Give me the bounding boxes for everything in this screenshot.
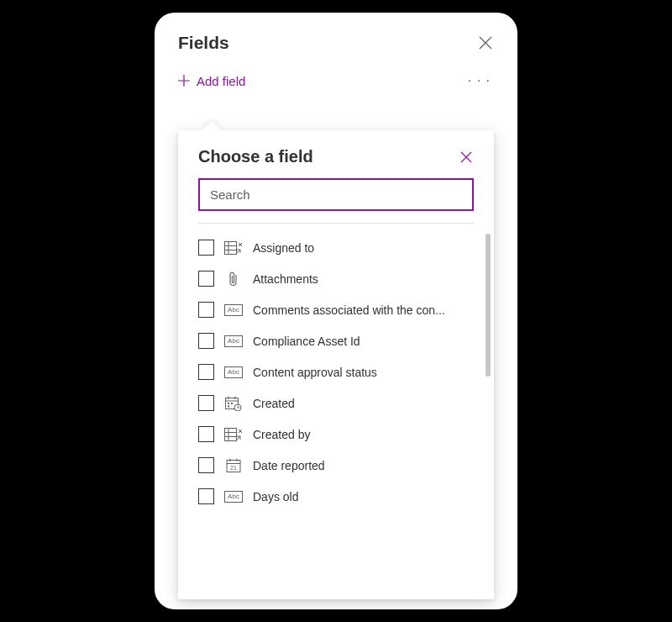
- field-item-created-by[interactable]: Created by: [198, 419, 474, 450]
- panel-header: Fields: [155, 13, 517, 63]
- field-item-date-reported[interactable]: 21 Date reported: [198, 450, 474, 481]
- panel-close-button[interactable]: [477, 34, 494, 51]
- person-table-icon: [224, 427, 243, 442]
- add-field-label: Add field: [197, 74, 245, 88]
- calendar-date-icon: 21: [224, 458, 243, 473]
- panel-toolbar: Add field · · ·: [155, 63, 517, 105]
- field-label: Created: [253, 397, 474, 410]
- checkbox[interactable]: [198, 271, 214, 287]
- checkbox[interactable]: [198, 426, 214, 442]
- plus-icon: [178, 75, 190, 87]
- close-icon: [479, 36, 492, 50]
- field-item-days-old[interactable]: Abc Days old: [198, 481, 474, 512]
- search-input[interactable]: [198, 178, 474, 211]
- field-label: Created by: [253, 428, 474, 441]
- calendar-clock-icon: [224, 396, 243, 411]
- field-label: Comments associated with the con...: [253, 303, 474, 317]
- svg-rect-8: [228, 403, 229, 404]
- more-options-button[interactable]: · · ·: [465, 73, 494, 88]
- fields-panel: Fields Add field · · · Choose a field: [155, 13, 517, 609]
- dropdown-close-button[interactable]: [459, 150, 474, 165]
- checkbox[interactable]: [198, 333, 214, 349]
- field-item-content-approval-status[interactable]: Abc Content approval status: [198, 356, 474, 387]
- person-table-icon: [224, 240, 243, 256]
- field-item-comments[interactable]: Abc Comments associated with the con...: [198, 294, 474, 325]
- choose-field-dropdown: Choose a field Assigned to: [178, 130, 494, 599]
- checkbox[interactable]: [198, 395, 214, 411]
- field-label: Assigned to: [253, 241, 474, 255]
- field-item-assigned-to[interactable]: Assigned to: [198, 232, 474, 263]
- field-label: Attachments: [253, 272, 474, 286]
- close-icon: [460, 151, 472, 163]
- dropdown-title: Choose a field: [198, 147, 313, 166]
- attachment-icon: [224, 271, 243, 287]
- svg-rect-12: [225, 428, 237, 440]
- field-item-created[interactable]: Created: [198, 387, 474, 419]
- text-icon: Abc: [224, 334, 243, 349]
- svg-text:21: 21: [230, 465, 237, 471]
- checkbox[interactable]: [198, 240, 214, 256]
- svg-rect-10: [228, 405, 229, 407]
- ellipsis-icon: · · ·: [468, 73, 491, 87]
- field-list[interactable]: Assigned to Attachments Abc Comments ass…: [178, 224, 494, 577]
- add-field-button[interactable]: Add field: [178, 74, 245, 88]
- checkbox[interactable]: [198, 302, 214, 318]
- text-icon: Abc: [224, 489, 243, 504]
- scrollbar[interactable]: [486, 234, 491, 377]
- dropdown-header: Choose a field: [178, 130, 494, 178]
- panel-title: Fields: [178, 33, 229, 53]
- checkbox[interactable]: [198, 457, 214, 473]
- svg-rect-9: [231, 403, 233, 404]
- field-label: Days old: [253, 490, 474, 503]
- svg-rect-0: [225, 241, 237, 254]
- text-icon: Abc: [224, 303, 243, 318]
- field-item-attachments[interactable]: Attachments: [198, 263, 474, 294]
- field-item-compliance-asset-id[interactable]: Abc Compliance Asset Id: [198, 325, 474, 356]
- field-label: Content approval status: [253, 366, 474, 379]
- field-label: Date reported: [253, 459, 474, 472]
- text-icon: Abc: [224, 365, 243, 380]
- checkbox[interactable]: [198, 488, 214, 504]
- field-label: Compliance Asset Id: [253, 335, 474, 348]
- checkbox[interactable]: [198, 364, 214, 380]
- search-container: [178, 178, 494, 223]
